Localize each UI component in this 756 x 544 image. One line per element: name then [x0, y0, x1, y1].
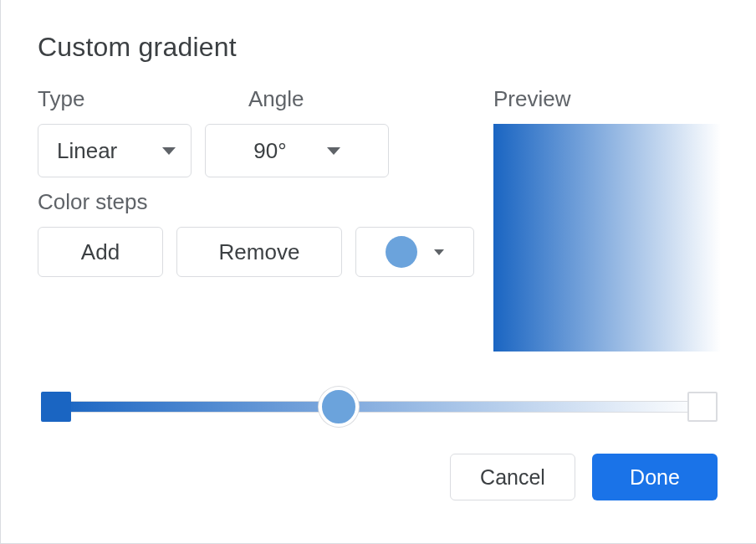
color-steps-label: Color steps	[38, 189, 481, 215]
slider-track	[56, 401, 702, 413]
gradient-stop-slider[interactable]	[41, 387, 718, 427]
chevron-down-icon	[327, 147, 340, 155]
chevron-down-icon	[162, 147, 176, 155]
type-select[interactable]: Linear	[38, 124, 192, 177]
dialog-title: Custom gradient	[38, 32, 721, 63]
preview-label: Preview	[493, 86, 721, 112]
stop-color-select[interactable]	[355, 227, 474, 277]
type-label: Type	[38, 86, 205, 112]
gradient-stop-start[interactable]	[41, 392, 71, 422]
angle-label: Angle	[248, 86, 304, 112]
add-stop-button[interactable]: Add	[38, 227, 163, 277]
remove-stop-button[interactable]: Remove	[176, 227, 342, 277]
gradient-preview	[493, 124, 721, 352]
angle-select[interactable]: 90°	[205, 124, 389, 177]
color-swatch-icon	[386, 236, 417, 268]
type-select-value: Linear	[57, 138, 117, 164]
cancel-button[interactable]: Cancel	[450, 454, 575, 500]
chevron-down-icon	[434, 249, 444, 255]
done-button[interactable]: Done	[592, 454, 718, 500]
gradient-stop-end[interactable]	[687, 392, 718, 422]
slider-thumb[interactable]	[319, 387, 359, 427]
angle-select-value: 90°	[253, 138, 286, 164]
